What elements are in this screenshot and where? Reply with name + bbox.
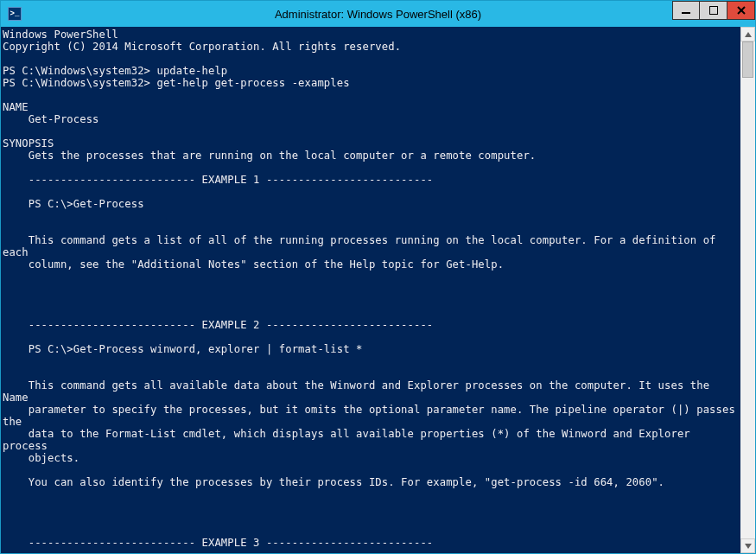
- close-button[interactable]: [727, 1, 755, 20]
- maximize-icon: [709, 6, 718, 15]
- powershell-icon-glyph: >_: [10, 10, 20, 18]
- powershell-window: >_ Administrator: Windows PowerShell (x8…: [0, 0, 756, 554]
- console-area: Windows PowerShell Copyright (C) 2014 Mi…: [1, 27, 755, 553]
- scroll-up-button[interactable]: [740, 27, 755, 41]
- titlebar[interactable]: >_ Administrator: Windows PowerShell (x8…: [1, 1, 755, 27]
- powershell-icon: >_: [8, 7, 22, 21]
- svg-rect-1: [709, 6, 718, 15]
- chevron-down-icon: [745, 544, 752, 549]
- close-icon: [737, 6, 746, 15]
- scrollbar-thumb[interactable]: [742, 41, 753, 78]
- window-title: Administrator: Windows PowerShell (x86): [1, 8, 755, 21]
- chevron-up-icon: [745, 32, 752, 37]
- window-controls: [672, 1, 755, 20]
- svg-rect-0: [682, 12, 690, 14]
- maximize-button[interactable]: [700, 1, 727, 20]
- minimize-icon: [682, 6, 690, 15]
- svg-marker-5: [745, 544, 752, 549]
- scroll-down-button[interactable]: [740, 538, 755, 553]
- svg-marker-4: [745, 32, 752, 37]
- vertical-scrollbar[interactable]: [740, 27, 755, 553]
- scrollbar-track[interactable]: [740, 41, 755, 538]
- console-output[interactable]: Windows PowerShell Copyright (C) 2014 Mi…: [1, 27, 740, 553]
- minimize-button[interactable]: [672, 1, 700, 20]
